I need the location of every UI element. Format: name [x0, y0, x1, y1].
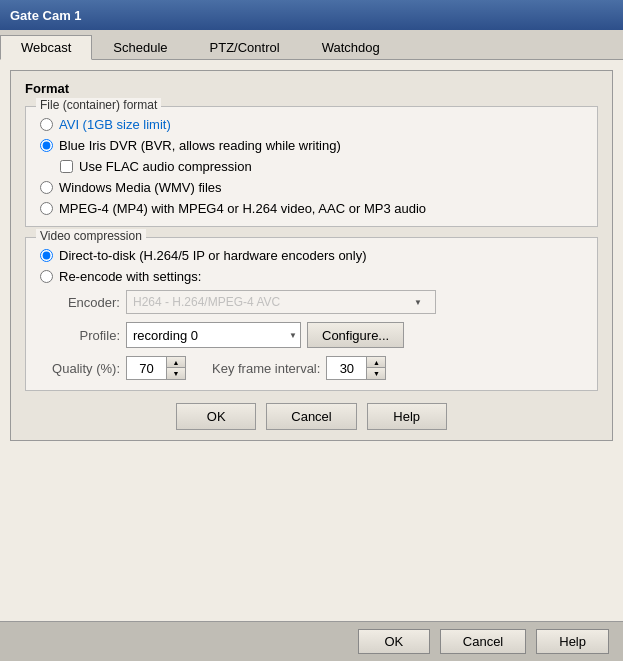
keyframe-decrement[interactable]: ▼	[367, 368, 385, 379]
tab-schedule[interactable]: Schedule	[92, 35, 188, 60]
panel-ok-button[interactable]: OK	[176, 403, 256, 430]
file-format-label: File (container) format	[36, 98, 161, 112]
bottom-ok-button[interactable]: OK	[358, 629, 430, 654]
keyframe-spinner-buttons: ▲ ▼	[366, 356, 386, 380]
format-panel: Format File (container) format AVI (1GB …	[10, 70, 613, 441]
wmv-radio[interactable]	[40, 181, 53, 194]
window-title: Gate Cam 1	[10, 8, 82, 23]
title-bar: Gate Cam 1	[0, 0, 623, 30]
tab-watchdog[interactable]: Watchdog	[301, 35, 401, 60]
profile-label: Profile:	[50, 328, 120, 343]
bottom-help-button[interactable]: Help	[536, 629, 609, 654]
quality-spinner: 70 ▲ ▼	[126, 356, 186, 380]
reencode-radio-row: Re-encode with settings:	[40, 269, 583, 284]
direct-label[interactable]: Direct-to-disk (H.264/5 IP or hardware e…	[59, 248, 367, 263]
mp4-label[interactable]: MPEG-4 (MP4) with MPEG4 or H.264 video, …	[59, 201, 426, 216]
panel-cancel-button[interactable]: Cancel	[266, 403, 356, 430]
bottom-bar: OK Cancel Help	[0, 621, 623, 661]
panel-dialog-buttons: OK Cancel Help	[25, 403, 598, 430]
panel-title: Format	[25, 81, 598, 96]
quality-spinner-buttons: ▲ ▼	[166, 356, 186, 380]
panel-help-button[interactable]: Help	[367, 403, 447, 430]
direct-radio[interactable]	[40, 249, 53, 262]
keyframe-increment[interactable]: ▲	[367, 357, 385, 368]
avi-radio[interactable]	[40, 118, 53, 131]
reencode-label[interactable]: Re-encode with settings:	[59, 269, 201, 284]
wmv-label[interactable]: Windows Media (WMV) files	[59, 180, 222, 195]
profile-row: Profile: recording 0 recording 1 recordi…	[50, 322, 583, 348]
mp4-radio[interactable]	[40, 202, 53, 215]
encoder-row: Encoder: H264 - H.264/MPEG-4 AVC	[50, 290, 583, 314]
avi-label[interactable]: AVI (1GB size limit)	[59, 117, 171, 132]
bvr-radio[interactable]	[40, 139, 53, 152]
video-compression-label: Video compression	[36, 229, 146, 243]
key-frame-label: Key frame interval:	[212, 361, 320, 376]
wmv-radio-row: Windows Media (WMV) files	[40, 180, 583, 195]
tab-webcast[interactable]: Webcast	[0, 35, 92, 60]
flac-checkbox[interactable]	[60, 160, 73, 173]
profile-select-wrapper[interactable]: recording 0 recording 1 recording 2	[126, 322, 301, 348]
encoder-select[interactable]: H264 - H.264/MPEG-4 AVC	[126, 290, 436, 314]
mp4-radio-row: MPEG-4 (MP4) with MPEG4 or H.264 video, …	[40, 201, 583, 216]
quality-label: Quality (%):	[50, 361, 120, 376]
quality-decrement[interactable]: ▼	[167, 368, 185, 379]
encoder-select-wrapper[interactable]: H264 - H.264/MPEG-4 AVC	[126, 290, 426, 314]
configure-button[interactable]: Configure...	[307, 322, 404, 348]
tab-ptz-control[interactable]: PTZ/Control	[189, 35, 301, 60]
flac-label[interactable]: Use FLAC audio compression	[79, 159, 252, 174]
quality-increment[interactable]: ▲	[167, 357, 185, 368]
main-content: Format File (container) format AVI (1GB …	[0, 60, 623, 621]
quality-input[interactable]: 70	[126, 356, 166, 380]
bvr-label[interactable]: Blue Iris DVR (BVR, allows reading while…	[59, 138, 341, 153]
quality-row: Quality (%): 70 ▲ ▼ Key frame interval: …	[50, 356, 583, 380]
keyframe-spinner: 30 ▲ ▼	[326, 356, 386, 380]
video-compression-section: Video compression Direct-to-disk (H.264/…	[25, 237, 598, 391]
reencode-radio[interactable]	[40, 270, 53, 283]
encoder-label: Encoder:	[50, 295, 120, 310]
bottom-cancel-button[interactable]: Cancel	[440, 629, 526, 654]
file-format-section: File (container) format AVI (1GB size li…	[25, 106, 598, 227]
keyframe-input[interactable]: 30	[326, 356, 366, 380]
tab-bar: Webcast Schedule PTZ/Control Watchdog	[0, 30, 623, 60]
profile-select[interactable]: recording 0 recording 1 recording 2	[126, 322, 301, 348]
avi-radio-row: AVI (1GB size limit)	[40, 117, 583, 132]
bvr-radio-row: Blue Iris DVR (BVR, allows reading while…	[40, 138, 583, 153]
flac-checkbox-row: Use FLAC audio compression	[60, 159, 583, 174]
avi-link-text[interactable]: AVI (1GB size limit)	[59, 117, 171, 132]
direct-radio-row: Direct-to-disk (H.264/5 IP or hardware e…	[40, 248, 583, 263]
